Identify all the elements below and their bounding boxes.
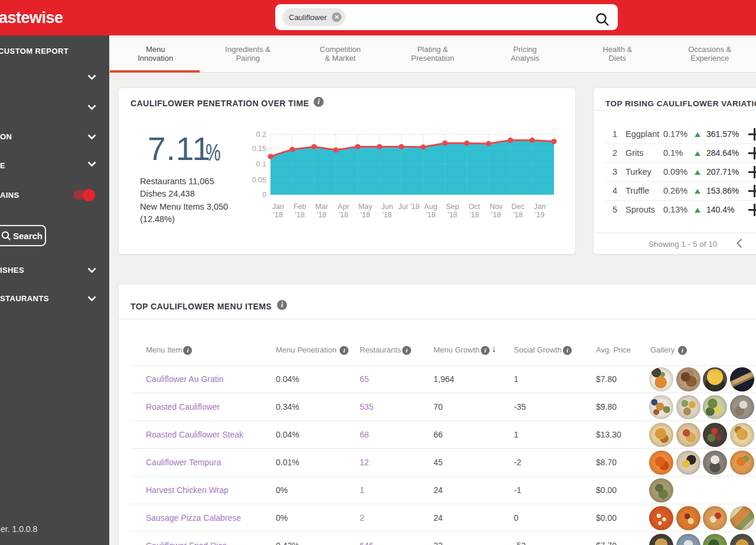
svg-text:'18: '18 [382, 211, 392, 219]
svg-text:0.1: 0.1 [256, 160, 266, 168]
svg-text:Jul ’18: Jul ’18 [398, 203, 419, 211]
svg-text:Jun: Jun [381, 203, 393, 211]
svg-text:Feb: Feb [294, 203, 307, 211]
svg-text:'18: '18 [448, 211, 457, 219]
svg-text:'18: '18 [338, 211, 348, 219]
svg-text:0.05: 0.05 [252, 176, 266, 184]
svg-text:May: May [359, 203, 373, 211]
svg-text:0.2: 0.2 [256, 130, 266, 139]
svg-text:Apr: Apr [338, 203, 349, 211]
svg-text:Dec: Dec [511, 203, 524, 211]
svg-text:Nov: Nov [490, 203, 503, 211]
svg-text:0: 0 [262, 191, 266, 199]
svg-text:'18: '18 [491, 211, 501, 219]
svg-text:0.15: 0.15 [252, 145, 266, 153]
svg-text:Aug: Aug [424, 203, 437, 211]
svg-text:'18: '18 [360, 211, 370, 219]
svg-text:'18: '18 [513, 211, 523, 219]
svg-text:Sep: Sep [446, 203, 459, 211]
svg-text:'18: '18 [426, 211, 435, 219]
svg-text:'18: '18 [295, 211, 305, 219]
svg-text:Oct: Oct [468, 203, 480, 211]
svg-text:Jan: Jan [272, 203, 284, 211]
svg-text:'18: '18 [273, 211, 283, 219]
svg-text:Mar: Mar [315, 203, 328, 211]
svg-text:'19: '19 [535, 211, 545, 219]
svg-text:'18: '18 [317, 211, 326, 219]
svg-text:'18: '18 [470, 211, 479, 219]
svg-text:Jan: Jan [534, 203, 546, 211]
